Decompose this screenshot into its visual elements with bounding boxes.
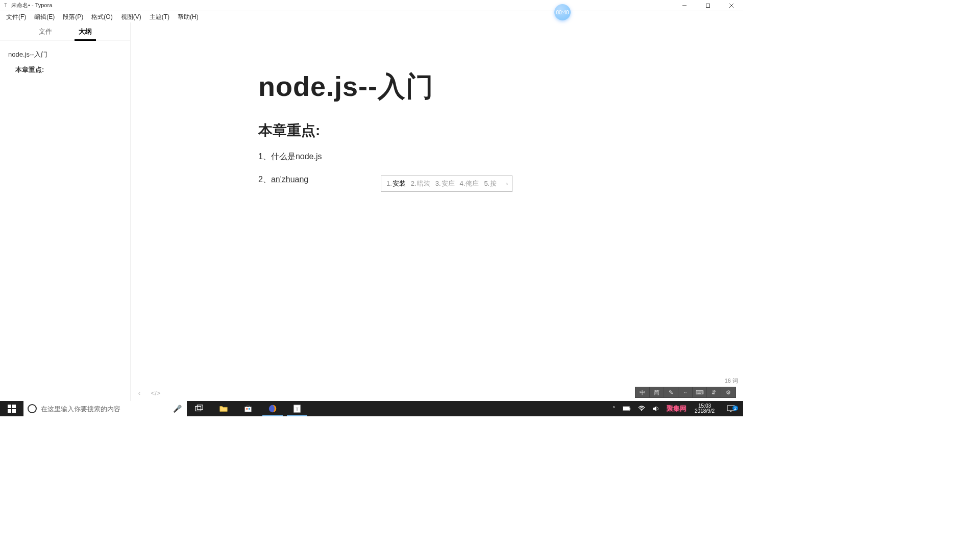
svg-rect-7 [12, 409, 16, 413]
title-bar: T 未命名• - Typora [0, 0, 743, 11]
tab-outline[interactable]: 大纲 [76, 23, 95, 40]
svg-rect-4 [8, 405, 11, 408]
paragraph-1[interactable]: 1、什么是node.js [258, 149, 631, 163]
watermark-text: 聚集网 [665, 404, 689, 413]
svg-rect-6 [8, 409, 11, 413]
ime-switch-button[interactable]: ⇵ [707, 387, 721, 397]
ime-pen-button[interactable]: ✎ [664, 387, 678, 397]
svg-rect-10 [245, 407, 252, 412]
tray-volume-icon[interactable] [650, 406, 662, 412]
store-button[interactable] [236, 401, 260, 416]
svg-rect-5 [12, 405, 16, 408]
outline-panel: node.js--入门 本章重点: [0, 41, 130, 84]
menu-view[interactable]: 视图(V) [117, 12, 145, 22]
typora-button[interactable]: T [285, 401, 309, 416]
menu-paragraph[interactable]: 段落(P) [59, 12, 87, 22]
svg-rect-12 [249, 408, 250, 410]
tray-chevron-icon[interactable]: ˄ [610, 406, 618, 412]
file-explorer-button[interactable] [211, 401, 236, 416]
app-icon: T [2, 2, 9, 9]
svg-rect-18 [623, 407, 629, 410]
cortana-icon [28, 404, 37, 413]
folder-icon [219, 404, 228, 413]
minimize-button[interactable] [673, 0, 696, 11]
ime-candidate-box[interactable]: 1.安装 2.暗装 3.安庄 4.俺庄 5.按 › [381, 176, 512, 192]
ime-candidate-5[interactable]: 5.按 [484, 179, 497, 188]
ime-candidate-1[interactable]: 1.安装 [386, 179, 406, 188]
heading-2[interactable]: 本章重点: [258, 121, 631, 140]
maximize-button[interactable] [696, 0, 720, 11]
recorder-time: 00:40 [556, 10, 569, 15]
search-input[interactable] [41, 405, 183, 413]
action-center-button[interactable]: 2 [721, 405, 741, 412]
ime-lang-button[interactable]: 中 [635, 387, 650, 397]
ime-candidate-4[interactable]: 4.俺庄 [460, 179, 479, 188]
tray-clock[interactable]: 15:03 2018/9/2 [692, 404, 718, 414]
ime-candidate-2[interactable]: 2.暗装 [411, 179, 430, 188]
svg-rect-11 [246, 408, 248, 410]
tray-wifi-icon[interactable] [636, 406, 647, 412]
svg-rect-1 [706, 4, 710, 8]
ime-more-icon[interactable]: › [506, 181, 508, 187]
recorder-badge[interactable]: 00:40 [554, 4, 571, 20]
svg-text:T: T [296, 407, 299, 412]
editor-area[interactable]: node.js--入门 本章重点: 1、什么是node.js 2、an'zhua… [131, 22, 743, 401]
p2-prefix: 2、 [258, 175, 271, 184]
menu-edit[interactable]: 编辑(E) [30, 12, 59, 22]
ime-composition[interactable]: an'zhuang [271, 175, 308, 184]
heading-1[interactable]: node.js--入门 [258, 68, 631, 106]
tray-battery-icon[interactable] [621, 406, 633, 411]
menu-file[interactable]: 文件(F) [2, 12, 30, 22]
window-title: 未命名• - Typora [11, 2, 52, 9]
sidebar-tabs: 文件 大纲 [0, 22, 130, 41]
task-view-icon [194, 404, 204, 413]
taskbar-search[interactable]: 🎤 [23, 401, 187, 416]
outline-item-h2[interactable]: 本章重点: [4, 62, 126, 78]
word-count[interactable]: 16 词 [725, 377, 738, 385]
tab-files[interactable]: 文件 [36, 23, 55, 40]
mic-icon[interactable]: 🎤 [173, 405, 182, 413]
svg-rect-8 [195, 407, 201, 411]
store-icon [243, 404, 253, 413]
svg-rect-17 [629, 408, 630, 410]
window-controls [673, 0, 743, 11]
outline-item-h1[interactable]: node.js--入门 [4, 47, 126, 62]
start-button[interactable] [0, 401, 23, 416]
menu-help[interactable]: 帮助(H) [174, 12, 203, 22]
menu-bar: 文件(F) 编辑(E) 段落(P) 格式(O) 视图(V) 主题(T) 帮助(H… [0, 11, 743, 22]
ime-punct-button[interactable]: ·· [678, 387, 693, 397]
tray-date: 2018/9/2 [695, 409, 715, 414]
ime-simp-button[interactable]: 简 [650, 387, 664, 397]
menu-theme[interactable]: 主题(T) [145, 12, 174, 22]
menu-format[interactable]: 格式(O) [87, 12, 116, 22]
ime-settings-button[interactable]: ⚙ [721, 387, 736, 397]
system-tray: ˄ 聚集网 15:03 2018/9/2 2 [608, 401, 743, 416]
notification-badge: 2 [732, 406, 738, 411]
svg-rect-9 [197, 405, 203, 410]
back-button[interactable]: ‹ [134, 388, 145, 398]
close-button[interactable] [720, 0, 743, 11]
editor-footer: ‹ </> [134, 388, 161, 398]
typora-icon: T [292, 404, 302, 413]
svg-point-19 [641, 410, 642, 411]
task-view-button[interactable] [187, 401, 211, 416]
ime-keyboard-button[interactable]: ⌨ [693, 387, 707, 397]
windows-icon [8, 405, 16, 413]
ime-status-toolbar: 中 简 ✎ ·· ⌨ ⇵ ⚙ [635, 387, 736, 398]
firefox-icon [268, 404, 277, 413]
sidebar: 文件 大纲 node.js--入门 本章重点: [0, 22, 131, 401]
taskbar: 🎤 T ˄ 聚集网 15:03 2018/9/2 2 [0, 401, 743, 416]
source-mode-button[interactable]: </> [150, 388, 161, 398]
firefox-button[interactable] [260, 401, 285, 416]
ime-candidate-3[interactable]: 3.安庄 [435, 179, 455, 188]
workspace: 文件 大纲 node.js--入门 本章重点: node.js--入门 本章重点… [0, 22, 743, 401]
